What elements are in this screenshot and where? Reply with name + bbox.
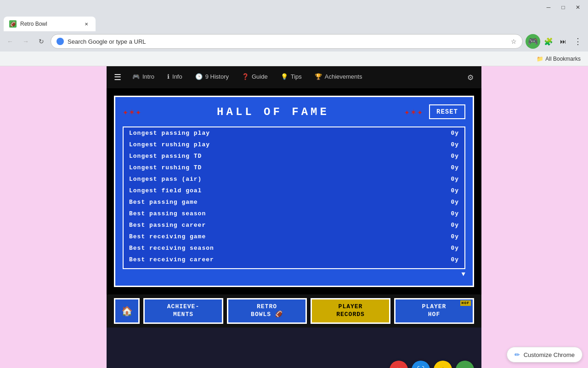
guide-icon: ❓ [242, 73, 249, 80]
history-icon: 🕒 [195, 73, 203, 80]
nav-tab-achievements[interactable]: 🏆 Achievements [309, 68, 368, 86]
table-row: Best passing season0y [124, 208, 464, 219]
hamburger-menu[interactable]: ☰ [110, 70, 125, 85]
achievements-btn-label: ACHIEVE-MENTS [167, 303, 199, 319]
game-main: ✦✶✦ HALL OF FAME ✦✶✦ RESET Longest passi… [107, 88, 481, 294]
info-icon: ℹ [167, 73, 170, 80]
expand-fab-icon: ⛶ [417, 366, 424, 368]
back-button[interactable]: ← [4, 35, 17, 48]
more-options-button[interactable]: ⋮ [571, 35, 584, 48]
nav-tab-info[interactable]: ℹ Info [162, 68, 188, 86]
hof-reset-button[interactable]: RESET [429, 104, 465, 119]
scroll-down-icon: ▼ [462, 270, 465, 278]
table-row: Best receiving career0y [124, 254, 464, 265]
reload-button[interactable]: ↻ [35, 35, 48, 48]
tips-icon: 💡 [281, 73, 288, 80]
nav-tab-tips[interactable]: 💡 Tips [275, 68, 307, 86]
customize-chrome-button[interactable]: ✏ Customize Chrome [507, 347, 582, 362]
intro-label: Intro [142, 73, 154, 80]
omnibar[interactable]: Search Google or type a URL ☆ [51, 34, 523, 49]
hof-stars-right: ✦✶✦ [404, 106, 424, 118]
table-row: Best rushing game0y [124, 265, 464, 269]
table-row: Longest field goal0y [124, 185, 464, 196]
info-label: Info [172, 73, 182, 80]
profile-avatar[interactable]: 🎮 [526, 34, 540, 49]
game-bottom-bar: 🏠 ACHIEVE-MENTS RETROBOWLS 🏈 PLAYERRECOR… [107, 294, 481, 328]
achievements-label: Achievements [325, 73, 362, 80]
share-fab-icon: ↩ [462, 366, 468, 368]
guide-label: Guide [252, 73, 268, 80]
google-icon [57, 38, 64, 45]
folder-icon: 📁 [537, 56, 543, 62]
nav-tab-guide[interactable]: ❓ Guide [236, 68, 273, 86]
title-bar: ─ □ ✕ [0, 0, 588, 15]
toolbar-icons: 🎮 🧩 ⏭ ⋮ [526, 34, 584, 49]
customize-chrome-label: Customize Chrome [524, 351, 575, 358]
minimize-button[interactable]: ─ [542, 3, 555, 12]
tab-favicon: 🏈 [9, 20, 17, 28]
player-records-button[interactable]: PLAYERRECORDS [311, 298, 390, 324]
hof-container: ✦✶✦ HALL OF FAME ✦✶✦ RESET Longest passi… [114, 96, 474, 287]
table-row: Longest pass (air)0y [124, 173, 464, 185]
scroll-indicator: ▼ [123, 270, 465, 278]
media-button[interactable]: ⏭ [557, 35, 570, 48]
hof-records-table[interactable]: Longest passing play0y Longest rushing p… [123, 126, 465, 269]
retro-bowls-label: RETROBOWLS 🏈 [251, 303, 283, 319]
nav-tab-history[interactable]: 🕒 9 History [190, 68, 234, 86]
table-row: Longest passing play0y [124, 127, 464, 139]
hof-title-text: HALL OF FAME [217, 106, 329, 118]
table-row: Best passing career0y [124, 219, 464, 231]
home-icon: 🏠 [121, 305, 133, 316]
player-hof-button[interactable]: PLAYERHOF [394, 298, 474, 324]
close-fab-icon: ✕ [396, 366, 402, 368]
achievements-button[interactable]: ACHIEVE-MENTS [143, 298, 223, 324]
hof-title: HALL OF FAME [142, 106, 404, 118]
active-tab[interactable]: 🏈 Retro Bowl ✕ [4, 17, 96, 31]
intro-icon: 🎮 [132, 73, 140, 80]
maximize-button[interactable]: □ [557, 3, 570, 12]
fab-row: ✕ ⛶ ★ ↩ [390, 361, 474, 368]
extensions-button[interactable]: 🧩 [542, 35, 555, 48]
omnibar-row: ← → ↻ Search Google or type a URL ☆ 🎮 🧩 … [0, 31, 588, 52]
all-bookmarks-item[interactable]: 📁 All Bookmarks [533, 55, 584, 63]
page-content: ☰ 🎮 Intro ℹ Info 🕒 9 History ❓ Guide [0, 66, 588, 368]
achievements-icon: 🏆 [315, 73, 322, 80]
table-row: Best receiving season0y [124, 242, 464, 254]
home-button[interactable]: 🏠 [114, 298, 140, 324]
settings-button[interactable]: ⚙ [463, 70, 478, 85]
player-hof-label: PLAYERHOF [422, 303, 447, 319]
tab-title: Retro Bowl [20, 21, 47, 27]
close-button[interactable]: ✕ [571, 3, 584, 12]
star-fab-icon: ★ [440, 366, 446, 368]
bookmarks-bar: 📁 All Bookmarks [0, 52, 588, 66]
nav-tab-intro[interactable]: 🎮 Intro [127, 68, 160, 86]
close-fab-button[interactable]: ✕ [390, 361, 408, 368]
tab-close-icon[interactable]: ✕ [83, 20, 90, 28]
table-row: Longest rushing TD0y [124, 162, 464, 173]
forward-button[interactable]: → [19, 35, 32, 48]
all-bookmarks-label: All Bookmarks [545, 56, 581, 62]
hof-stars-left: ✦✶✦ [123, 106, 142, 118]
tips-label: Tips [291, 73, 302, 80]
game-container: ☰ 🎮 Intro ℹ Info 🕒 9 History ❓ Guide [107, 66, 481, 368]
share-fab-button[interactable]: ↩ [456, 361, 474, 368]
player-records-label: PLAYERRECORDS [336, 303, 365, 319]
bookmark-star-icon[interactable]: ☆ [511, 38, 517, 45]
table-row: Best passing game0y [124, 196, 464, 208]
hof-title-row: ✦✶✦ HALL OF FAME ✦✶✦ RESET [123, 104, 465, 119]
edit-icon: ✏ [514, 351, 520, 358]
table-row: Longest rushing play0y [124, 139, 464, 150]
history-label: 9 History [205, 73, 229, 80]
table-row: Best receiving game0y [124, 231, 464, 242]
retro-bowls-button[interactable]: RETROBOWLS 🏈 [227, 298, 307, 324]
table-row: Longest passing TD0y [124, 150, 464, 162]
star-fab-button[interactable]: ★ [434, 361, 452, 368]
expand-fab-button[interactable]: ⛶ [412, 361, 430, 368]
game-nav: ☰ 🎮 Intro ℹ Info 🕒 9 History ❓ Guide [107, 66, 481, 88]
tab-bar: 🏈 Retro Bowl ✕ [0, 15, 588, 31]
omnibar-text: Search Google or type a URL [68, 38, 507, 45]
